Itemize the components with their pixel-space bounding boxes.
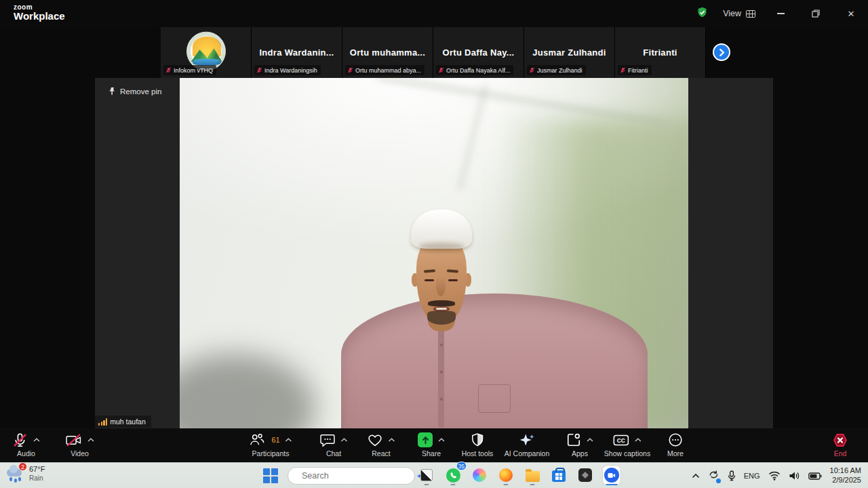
weather-widget[interactable]: 2 67°F Rain [7,465,45,483]
main-video-stage: Remove pin muh taufan [95,78,773,428]
participant-tile-jusmar[interactable]: Jusmar Zulhandi Jusmar Zulhandi [524,27,614,78]
participant-filmstrip: Infokom vTHQ Indra Wardanin... Indra War… [161,27,706,78]
windows-taskbar: 2 67°F Rain ✦ 35 [0,462,868,488]
mic-muted-icon [256,66,262,74]
sparkle-icon [519,432,535,448]
participant-tile-ortu-daffa[interactable]: Ortu Daffa Nay... Ortu Daffa Nayaka Alf.… [433,27,524,78]
filmstrip-next-button[interactable] [713,43,730,61]
end-call-icon [832,432,848,448]
end-meeting-button[interactable]: End [832,431,848,458]
taskbar-app-zoom-active[interactable] [603,465,620,485]
participants-icon [249,432,264,447]
view-grid-icon [746,10,755,18]
camera-off-icon [65,432,82,448]
svg-text:CC: CC [617,437,625,444]
close-button[interactable]: ✕ [841,4,861,23]
mic-muted-icon [529,66,535,74]
host-tools-button[interactable]: Host tools [462,431,494,458]
share-screen-icon [418,432,433,447]
pinned-speaker-video[interactable] [180,78,688,428]
start-button[interactable] [263,468,278,483]
chevron-up-icon [285,438,292,442]
chevron-up-icon [438,438,445,442]
participant-name-badge: Ortu muhammad abya... [345,65,425,75]
view-label: View [723,9,741,18]
video-button[interactable]: Video [65,431,94,458]
weather-condition: Rain [29,474,45,483]
participant-name-badge: Indra Wardaningsih [254,65,321,75]
mic-muted-icon [438,66,444,74]
participant-name-badge: Fitrianti [618,65,652,75]
chevron-up-icon [87,438,94,442]
show-captions-button[interactable]: CC Show captions [604,431,650,458]
taskbar-app-store[interactable] [550,465,568,485]
share-button[interactable]: Share [418,431,445,458]
mic-muted-icon [165,66,172,74]
chevron-up-icon [389,438,395,442]
participant-name-badge: Ortu Daffa Nayaka Alf... [436,65,513,75]
workplace-logo-text: Workplace [14,10,65,22]
ai-companion-button[interactable]: AI Companion [505,431,550,458]
participant-name-badge: Jusmar Zulhandi [527,65,586,75]
chevron-up-icon [635,438,642,442]
view-button[interactable]: View [723,9,755,18]
participants-button[interactable]: 61 Participants [249,431,292,458]
wifi-icon[interactable] [768,471,781,481]
taskbar-app-copilot[interactable] [471,465,488,485]
mic-in-use-icon[interactable] [728,470,736,481]
more-button[interactable]: More [667,431,684,458]
notification-badge: 2 [18,462,27,471]
audio-button[interactable]: Audio [12,431,40,458]
captions-icon: CC [613,433,629,447]
restore-button[interactable] [806,4,826,23]
battery-icon[interactable] [808,472,822,480]
search-input[interactable] [302,471,411,481]
zoom-meeting-window: zoom Workplace View ✕ Info [0,0,868,488]
chevron-up-icon [587,438,593,442]
mic-muted-icon [347,66,353,74]
taskbar-app-notepad[interactable] [418,465,435,485]
speaker-icon[interactable] [789,471,800,481]
language-indicator[interactable]: ENG [744,472,760,480]
meeting-toolbar: Audio Video 61 Participants Chat [0,428,868,462]
tray-chevron-up-icon[interactable] [692,473,700,479]
remove-pin-button[interactable]: Remove pin [104,85,165,98]
apps-button[interactable]: Apps [566,431,593,458]
weather-temp: 67°F [29,465,45,474]
zoom-camera-icon [608,472,616,479]
pin-icon [108,87,116,96]
zoom-workplace-logo: zoom Workplace [14,3,65,22]
participants-count: 61 [271,436,279,444]
titlebar: zoom Workplace View ✕ [0,0,868,27]
react-button[interactable]: React [368,431,395,458]
mic-muted-icon [12,432,28,448]
taskbar-app-dark[interactable] [576,465,594,485]
security-shield-icon[interactable] [696,7,708,21]
shield-icon [471,432,485,447]
audio-level-icon [98,418,107,426]
participant-tile-infokom[interactable]: Infokom vTHQ [161,27,251,78]
minimize-button[interactable] [770,4,791,23]
clock[interactable]: 10:16 AM 2/9/2025 [830,466,861,485]
phone-icon [450,472,457,479]
active-speaker-name-badge: muh taufan [95,415,151,428]
chat-button[interactable]: Chat [320,431,348,458]
tray-date: 2/9/2025 [830,476,861,485]
chevron-up-icon [341,438,348,442]
chevron-up-icon [33,438,40,442]
heart-icon [368,433,383,447]
participant-tile-fitrianti[interactable]: Fitrianti Fitrianti [615,27,705,78]
chevron-right-icon [718,49,726,56]
taskbar-search[interactable]: ✦ [288,467,415,485]
sync-status-icon[interactable] [708,470,719,483]
participant-tile-indra[interactable]: Indra Wardanin... Indra Wardaningsih [252,27,342,78]
participant-tile-ortu-muhammad[interactable]: Ortu muhamma... Ortu muhammad abya... [342,27,433,78]
taskbar-app-file-explorer[interactable] [524,465,541,485]
taskbar-app-whatsapp[interactable]: 35 [444,465,462,485]
mic-muted-icon [620,66,626,74]
chat-icon [320,432,336,447]
rain-icon: 2 [7,465,24,483]
ellipsis-icon [668,432,683,447]
taskbar-app-firefox[interactable] [497,465,515,485]
whatsapp-badge: 35 [456,462,467,470]
